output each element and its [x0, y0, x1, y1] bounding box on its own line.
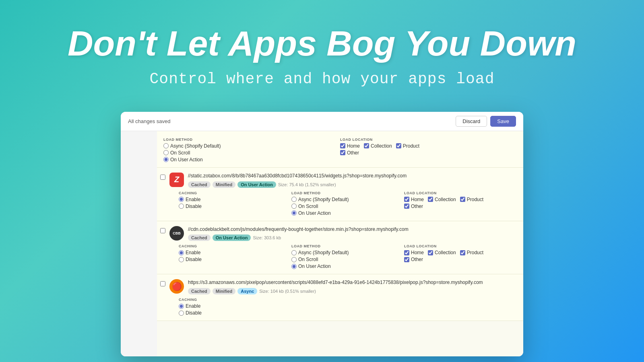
script-row-2-header: CBB //cdn.codeblackbelt.com/js/modules/f… — [160, 226, 517, 241]
s2-other-label[interactable]: Other — [404, 257, 423, 262]
script-2-on-user-action-badge: On User Action — [213, 234, 251, 241]
on-scroll-label: On Scroll — [170, 150, 190, 156]
s2-async-label[interactable]: Async (Shopify Default) — [291, 250, 404, 255]
script-3-minified-badge: Minified — [213, 288, 236, 294]
zotabox-z-icon: Z — [174, 175, 179, 184]
s1-collection-text: Collection — [435, 197, 456, 202]
s2-user-action-label[interactable]: On User Action — [291, 263, 404, 269]
script-2-checkbox[interactable] — [160, 228, 165, 233]
panel-inner: LOAD METHOD Async (Shopify Default) On S… — [121, 131, 523, 356]
s1-user-action-radio[interactable] — [291, 210, 297, 216]
script-3-badges: Cached Minified Async Size: 104 kb (0.51… — [188, 288, 517, 294]
on-user-action-radio-label[interactable]: On User Action — [163, 157, 340, 162]
script-1-checkbox[interactable] — [160, 175, 165, 180]
s1-scroll-label[interactable]: On Scroll — [291, 204, 404, 209]
s1-collection-label[interactable]: Collection — [428, 197, 456, 202]
script-2-loadmethod-label: LOAD METHOD — [291, 244, 404, 248]
s1-async-radio[interactable] — [291, 197, 297, 202]
home-label: Home — [347, 143, 360, 149]
s2-loc-row-2: Other — [404, 257, 517, 262]
s1-home-label[interactable]: Home — [404, 197, 424, 202]
s1-user-action-label[interactable]: On User Action — [291, 210, 404, 216]
script-3-disable-radio[interactable] — [179, 311, 184, 316]
collection-checkbox[interactable] — [364, 143, 369, 148]
script-2-loadmethod-block: LOAD METHOD Async (Shopify Default) On S… — [291, 244, 404, 269]
hero-title: Don't Let Apps Bog You Down — [8, 24, 636, 63]
script-3-enable-radio[interactable] — [179, 304, 184, 309]
script-1-loadmethod-group: Async (Shopify Default) On Scroll On Use… — [291, 197, 404, 216]
s1-home-cb[interactable] — [404, 197, 409, 202]
script-3-settings: CACHING Enable Disable — [160, 298, 517, 316]
s2-home-label[interactable]: Home — [404, 250, 424, 255]
product-label: Product — [403, 143, 419, 149]
hero-section: Don't Let Apps Bog You Down Control wher… — [0, 0, 644, 104]
script-3-url: https://s3.amazonaws.com/pixelpop/userco… — [188, 279, 517, 286]
main-content: LOAD METHOD Async (Shopify Default) On S… — [157, 131, 523, 356]
s1-other-cb[interactable] — [404, 204, 409, 209]
s2-enable-text: Enable — [186, 250, 200, 255]
s2-collection-label[interactable]: Collection — [428, 250, 456, 255]
script-2-disable-radio[interactable] — [179, 257, 184, 262]
script-3-icon: 🔴 — [169, 279, 184, 294]
home-checkbox-label[interactable]: Home — [340, 143, 360, 149]
product-checkbox[interactable] — [396, 143, 401, 148]
script-1-settings: CACHING Enable Disable — [160, 191, 517, 216]
location-group: Home Collection Product — [340, 143, 517, 156]
script-3-enable-label[interactable]: Enable — [179, 303, 517, 309]
async-radio[interactable] — [163, 143, 169, 148]
home-checkbox[interactable] — [340, 143, 345, 148]
s2-async-text: Async (Shopify Default) — [298, 250, 349, 255]
s2-user-action-radio[interactable] — [291, 264, 297, 269]
s2-scroll-radio[interactable] — [291, 257, 297, 262]
script-1-disable-label[interactable]: Disable — [179, 204, 291, 209]
script-2-loadmethod-group: Async (Shopify Default) On Scroll On Use… — [291, 250, 404, 269]
other-label: Other — [347, 150, 359, 156]
script-2-location-group: Home Collection Product — [404, 250, 517, 262]
main-panel: All changes saved Discard Save LOAD METH… — [121, 112, 523, 356]
s1-product-text: Product — [467, 197, 483, 202]
script-3-select-col — [160, 279, 165, 288]
other-checkbox[interactable] — [340, 150, 345, 155]
collection-checkbox-label[interactable]: Collection — [364, 143, 392, 149]
script-2-enable-label[interactable]: Enable — [179, 250, 291, 255]
script-1-minified-badge: Minified — [213, 181, 236, 188]
script-1-location-block: LOAD LOCATION Home Collection — [404, 191, 517, 216]
s2-product-cb[interactable] — [460, 250, 465, 255]
script-3-disable-label[interactable]: Disable — [179, 310, 517, 316]
on-user-action-radio[interactable] — [163, 157, 169, 162]
script-2-settings: CACHING Enable Disable — [160, 244, 517, 269]
save-button[interactable]: Save — [490, 116, 516, 127]
script-2-enable-radio[interactable] — [179, 250, 184, 255]
s2-other-cb[interactable] — [404, 257, 409, 262]
s2-home-cb[interactable] — [404, 250, 409, 255]
s1-scroll-radio[interactable] — [291, 204, 297, 209]
load-method-group: Async (Shopify Default) On Scroll On Use… — [163, 143, 340, 162]
s2-async-radio[interactable] — [291, 250, 297, 255]
s1-loc-row-2: Other — [404, 204, 517, 209]
discard-button[interactable]: Discard — [456, 116, 487, 127]
on-scroll-radio[interactable] — [163, 150, 169, 155]
s1-product-label[interactable]: Product — [460, 197, 483, 202]
s1-other-label[interactable]: Other — [404, 204, 423, 209]
s2-scroll-label[interactable]: On Scroll — [291, 257, 404, 262]
s1-collection-cb[interactable] — [428, 197, 433, 202]
s2-collection-cb[interactable] — [428, 250, 433, 255]
script-2-url-block: //cdn.codeblackbelt.com/js/modules/frequ… — [188, 226, 517, 241]
s2-product-label[interactable]: Product — [460, 250, 483, 255]
s1-async-label[interactable]: Async (Shopify Default) — [291, 197, 404, 202]
async-radio-label[interactable]: Async (Shopify Default) — [163, 143, 340, 149]
other-checkbox-label[interactable]: Other — [340, 150, 359, 156]
on-user-action-label: On User Action — [170, 157, 203, 162]
s1-product-cb[interactable] — [460, 197, 465, 202]
script-1-location-label: LOAD LOCATION — [404, 191, 517, 195]
script-3-checkbox[interactable] — [160, 281, 165, 286]
product-checkbox-label[interactable]: Product — [396, 143, 419, 149]
script-2-size: Size: 303.6 kb — [253, 235, 281, 240]
script-2-disable-label[interactable]: Disable — [179, 257, 291, 262]
location-row-2: Other — [340, 150, 517, 156]
on-scroll-radio-label[interactable]: On Scroll — [163, 150, 340, 156]
script-3-caching-block: CACHING Enable Disable — [179, 298, 517, 316]
script-1-disable-radio[interactable] — [179, 204, 184, 209]
script-1-enable-label[interactable]: Enable — [179, 197, 291, 202]
script-1-enable-radio[interactable] — [179, 197, 184, 202]
